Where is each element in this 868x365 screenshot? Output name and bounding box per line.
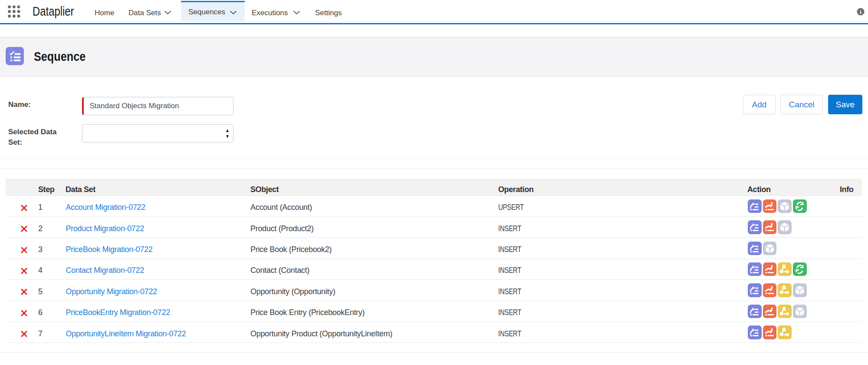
svg-text:i: i [860, 9, 861, 15]
